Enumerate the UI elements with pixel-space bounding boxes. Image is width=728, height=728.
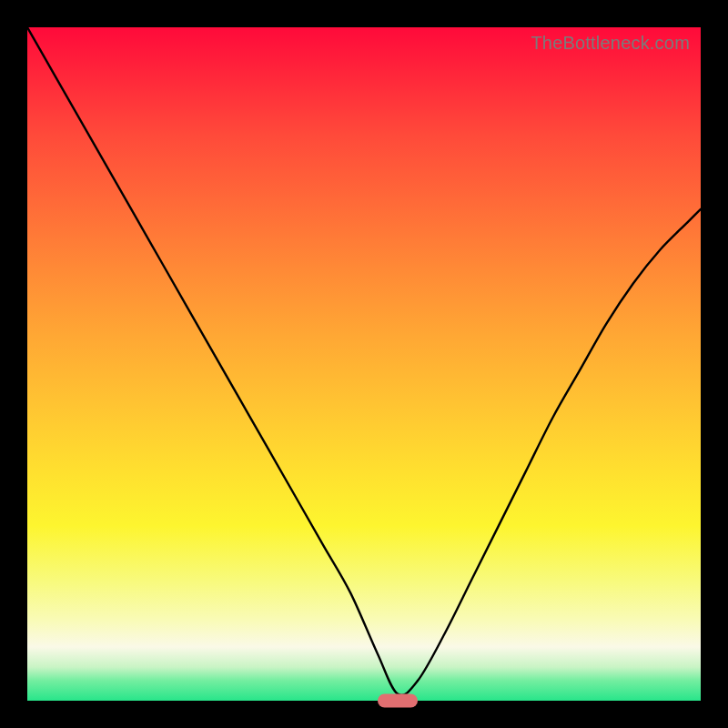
optimal-marker	[378, 694, 418, 708]
plot-area: TheBottleneck.com	[27, 27, 701, 701]
chart-frame: TheBottleneck.com	[0, 0, 728, 728]
bottleneck-curve	[27, 27, 701, 701]
